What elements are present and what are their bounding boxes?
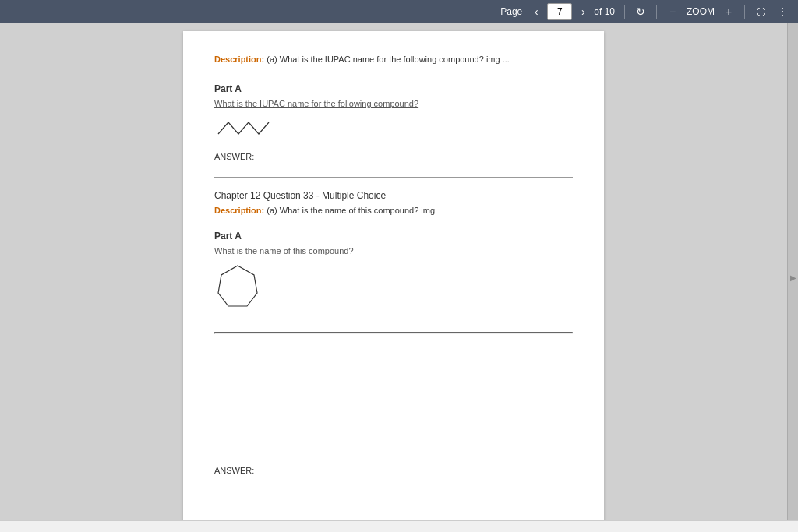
page-number-input[interactable] [547,3,572,20]
content-space [214,397,573,460]
refresh-button[interactable]: ↻ [631,2,650,21]
part-a-label-1: Part A [214,83,573,94]
desc-text-1: (a) What is the IUPAC name for the follo… [267,55,510,64]
divider-top [214,72,573,72]
bottom-space [214,475,573,522]
page-label: Page [500,6,522,17]
zoom-label: ZOOM [687,6,715,17]
molecule-1 [214,115,573,146]
answer-label-2: ANSWER: [214,466,573,475]
zoom-in-button[interactable]: + [719,2,738,21]
zoom-out-button[interactable]: − [663,2,682,21]
question-text-2: What is the name of this compound? [214,246,573,255]
description-line-2: Description: (a) What is the name of thi… [214,206,573,215]
question-text-1: What is the IUPAC name for the following… [214,99,573,108]
description-line-1: Description: (a) What is the IUPAC name … [214,55,573,64]
total-pages: of 10 [594,6,615,17]
divider-chapter [214,177,573,178]
right-tab-icon: ▶ [790,273,796,282]
right-sidebar-tab[interactable]: ▶ [787,23,798,532]
desc-text-2: (a) What is the name of this compound? i… [267,206,435,215]
page-navigation: Page ‹ › of 10 [500,2,618,21]
answer-label-1: ANSWER: [214,152,573,161]
separator-3 [744,5,745,19]
chapter-section: Chapter 12 Question 33 - Multiple Choice… [214,177,573,215]
molecule-svg-1 [214,115,277,146]
next-page-button[interactable]: › [574,2,592,21]
document-page: Description: (a) What is the IUPAC name … [183,31,604,532]
main-area: Description: (a) What is the IUPAC name … [0,23,798,532]
part-a-section-2: Part A What is the name of this compound… [214,231,573,308]
toolbar: Page ‹ › of 10 ↻ − ZOOM + ⛶ ⋮ [0,0,798,23]
part-a-section-1: Part A What is the IUPAC name for the fo… [214,83,573,161]
separator-1 [624,5,625,19]
prev-page-button[interactable]: ‹ [527,2,546,21]
molecule-2 [214,262,573,308]
desc-label-1: Description: [214,55,264,64]
bottom-scrollbar[interactable] [0,520,798,532]
part-a-label-2: Part A [214,231,573,241]
chapter-heading: Chapter 12 Question 33 - Multiple Choice [214,190,573,201]
separator-2 [656,5,657,19]
svg-marker-0 [218,266,257,306]
document-area[interactable]: Description: (a) What is the IUPAC name … [0,23,787,532]
divider-light [214,389,573,389]
more-options-button[interactable]: ⋮ [773,2,792,21]
molecule-svg-2 [214,262,261,308]
desc-label-2: Description: [214,206,264,215]
fullscreen-button[interactable]: ⛶ [751,2,770,21]
answer-space [214,334,573,381]
